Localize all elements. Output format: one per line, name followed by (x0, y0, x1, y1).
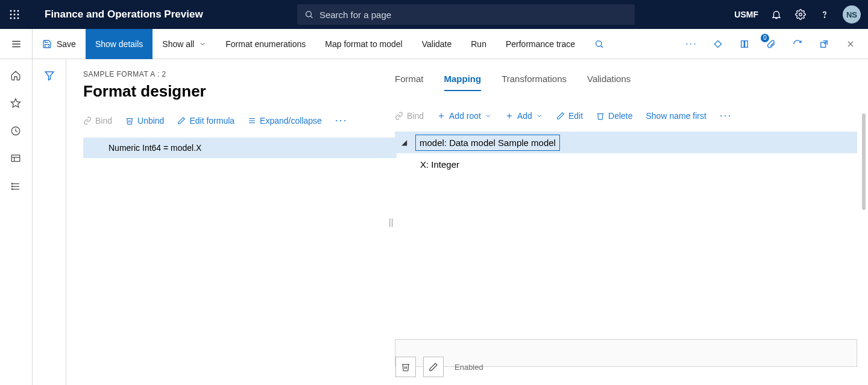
chevron-down-icon (199, 40, 206, 48)
list-icon (248, 116, 256, 125)
star-icon[interactable] (10, 98, 22, 110)
modules-icon[interactable] (10, 181, 22, 193)
collapse-icon[interactable]: ◢ (398, 138, 409, 147)
filter-column (33, 59, 66, 385)
add-button[interactable]: Add (505, 111, 543, 121)
svg-marker-34 (45, 72, 54, 80)
left-nav-rail (0, 59, 33, 385)
mapping-row-root-label: model: Data model Sample model (415, 135, 560, 151)
top-navbar: Finance and Operations Preview USMF NS (0, 0, 868, 29)
pencil-icon (177, 116, 186, 125)
expand-collapse-button[interactable]: Expand/collapse (248, 116, 322, 126)
trash-icon (125, 116, 134, 125)
left-actions: Bind Unbind Edit formula Expand/collapse… (83, 114, 395, 127)
mapping-row-root[interactable]: ◢ model: Data model Sample model (395, 132, 857, 153)
details-delete-button[interactable] (395, 357, 416, 377)
user-avatar[interactable]: NS (843, 5, 861, 24)
search-input[interactable] (319, 10, 627, 20)
save-button[interactable]: Save (33, 29, 86, 59)
validate-button[interactable]: Validate (412, 29, 462, 59)
format-tree-row-label: Numeric Int64 = model.X (108, 143, 201, 153)
chevron-down-icon (536, 112, 543, 119)
left-more-icon[interactable]: ··· (335, 114, 348, 127)
performance-trace-button[interactable]: Performance trace (496, 29, 585, 59)
main-region: SAMPLE FORMAT A : 2 Format designer Bind… (0, 59, 868, 385)
attachments-icon[interactable]: 0 (764, 37, 778, 51)
hamburger-icon[interactable] (0, 29, 33, 59)
diamond-icon[interactable] (711, 37, 725, 51)
workspaces-icon[interactable] (10, 153, 22, 165)
details-edit-button[interactable] (423, 357, 444, 377)
plus-icon (437, 112, 445, 120)
show-all-button[interactable]: Show all (153, 29, 216, 59)
recent-icon[interactable] (10, 126, 22, 138)
svg-point-0 (10, 10, 12, 12)
unbind-button[interactable]: Unbind (125, 116, 164, 126)
svg-point-2 (17, 10, 19, 12)
svg-marker-23 (11, 99, 20, 107)
more-commands-icon[interactable]: ··· (685, 37, 698, 51)
svg-point-16 (596, 40, 602, 46)
link-icon (395, 112, 403, 120)
format-pane: SAMPLE FORMAT A : 2 Format designer Bind… (66, 59, 395, 385)
mapping-row-child-label: X: Integer (420, 159, 459, 170)
close-icon[interactable] (844, 37, 857, 51)
svg-point-5 (17, 14, 19, 16)
save-label: Save (57, 39, 76, 49)
format-enumerations-button[interactable]: Format enumerations (216, 29, 315, 59)
svg-point-1 (14, 10, 16, 12)
popout-icon[interactable] (817, 37, 831, 51)
edit-formula-button[interactable]: Edit formula (177, 116, 234, 126)
svg-point-6 (10, 18, 12, 19)
search-icon (594, 39, 604, 49)
svg-point-8 (17, 18, 19, 19)
right-more-icon[interactable]: ··· (720, 109, 732, 122)
mapping-tree: ◢ model: Data model Sample model X: Inte… (395, 132, 857, 175)
trash-icon (596, 112, 605, 120)
filter-icon[interactable] (44, 70, 55, 81)
show-name-first-button[interactable]: Show name first (646, 111, 706, 121)
format-tree-row[interactable]: Numeric Int64 = model.X (83, 138, 397, 158)
vertical-scrollbar[interactable] (862, 113, 866, 210)
svg-line-17 (601, 46, 603, 48)
svg-line-10 (310, 16, 312, 18)
run-button[interactable]: Run (461, 29, 496, 59)
bind-mapping-button: Bind (395, 111, 424, 121)
environment-label[interactable]: USMF (734, 10, 758, 19)
svg-point-7 (14, 18, 16, 19)
splitter-handle[interactable]: || (389, 217, 393, 227)
link-icon (83, 116, 92, 125)
save-icon (42, 39, 52, 49)
trash-icon (401, 362, 410, 372)
mapping-row-child[interactable]: X: Integer (395, 153, 857, 175)
refresh-icon[interactable] (791, 37, 804, 51)
breadcrumb: SAMPLE FORMAT A : 2 (83, 70, 395, 78)
global-search[interactable] (297, 4, 635, 25)
pencil-icon (556, 112, 565, 120)
tab-mapping[interactable]: Mapping (444, 70, 482, 91)
svg-point-12 (824, 17, 825, 18)
help-icon[interactable] (819, 8, 831, 21)
search-icon (304, 10, 313, 19)
find-button[interactable] (585, 29, 614, 59)
gear-icon[interactable] (794, 8, 807, 21)
bell-icon[interactable] (770, 8, 782, 21)
svg-point-3 (10, 14, 12, 16)
tab-transformations[interactable]: Transformations (502, 70, 567, 91)
home-icon[interactable] (10, 70, 22, 82)
app-title: Finance and Operations Preview (45, 8, 203, 21)
edit-button[interactable]: Edit (556, 111, 583, 121)
book-icon[interactable] (738, 37, 751, 51)
tab-format[interactable]: Format (395, 70, 424, 91)
add-root-button[interactable]: Add root (437, 111, 492, 121)
tab-validations[interactable]: Validations (587, 70, 631, 91)
map-format-to-model-button[interactable]: Map format to model (315, 29, 412, 59)
mapping-pane: || Format Mapping Transformations Valida… (395, 59, 868, 385)
show-details-button[interactable]: Show details (86, 29, 153, 59)
page-title: Format designer (83, 82, 395, 101)
svg-rect-18 (714, 40, 721, 47)
right-actions: Bind Add root Add Edit (395, 109, 857, 122)
waffle-icon[interactable] (7, 7, 22, 22)
chevron-down-icon (485, 112, 492, 119)
delete-button[interactable]: Delete (596, 111, 632, 121)
